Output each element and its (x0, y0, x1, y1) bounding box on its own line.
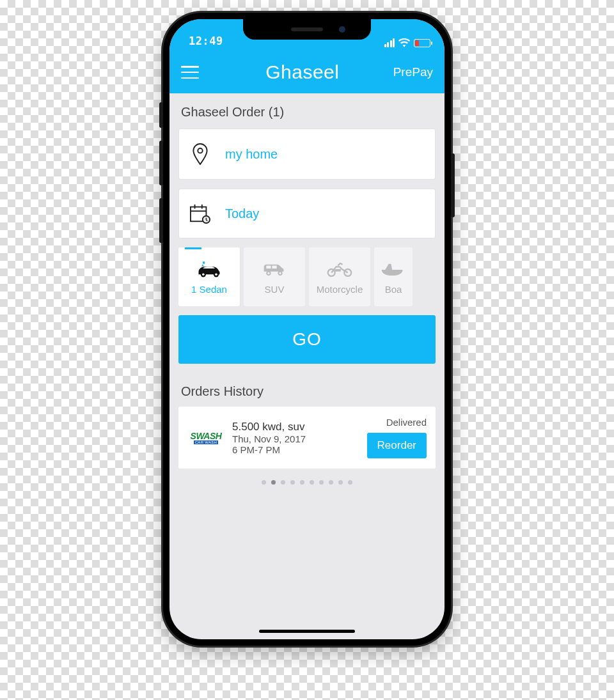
order-section-title: Ghaseel Order (1) (178, 105, 436, 120)
vehicle-tabs: 1 Sedan SUV (178, 247, 436, 306)
power-button (451, 153, 455, 217)
vehicle-label: SUV (265, 284, 285, 295)
volume-up-button (159, 141, 163, 185)
status-indicators (384, 38, 431, 47)
reorder-button[interactable]: Reorder (367, 433, 427, 458)
order-actions: Delivered Reorder (367, 417, 427, 458)
menu-icon[interactable] (181, 66, 199, 79)
svg-line-7 (206, 220, 207, 221)
screen: 12:49 Ghaseel PrePay Ghaseel Order (1) m… (169, 19, 445, 639)
order-date: Thu, Nov 9, 2017 (232, 433, 359, 444)
sedan-icon (195, 260, 223, 279)
svg-point-12 (215, 273, 217, 276)
battery-icon (414, 39, 430, 47)
app-title: Ghaseel (212, 61, 393, 83)
vehicle-label: Motorcycle (317, 284, 363, 295)
location-label: my home (225, 147, 278, 162)
volume-down-button (159, 198, 163, 243)
boat-icon (381, 260, 406, 279)
svg-rect-13 (266, 265, 271, 268)
notch (243, 19, 371, 40)
pagination-dots[interactable] (178, 480, 436, 485)
order-info: 5.500 kwd, suv Thu, Nov 9, 2017 6 PM-7 P… (232, 421, 359, 455)
svg-point-0 (198, 148, 202, 153)
content: Ghaseel Order (1) my home (169, 93, 445, 485)
calendar-icon (189, 203, 211, 224)
vehicle-label: 1 Sedan (191, 284, 227, 295)
location-card[interactable]: my home (178, 128, 436, 180)
go-button[interactable]: GO (178, 315, 436, 364)
order-summary: 5.500 kwd, suv (232, 421, 359, 433)
side-button (159, 102, 163, 128)
suv-icon (262, 260, 287, 279)
signal-icon (384, 38, 395, 47)
svg-point-10 (202, 273, 205, 276)
vehicle-tab-sedan[interactable]: 1 Sedan (178, 247, 240, 306)
order-status: Delivered (386, 417, 427, 428)
home-indicator[interactable] (259, 630, 355, 633)
motorcycle-icon (326, 260, 353, 279)
phone-frame: 12:49 Ghaseel PrePay Ghaseel Order (1) m… (163, 13, 451, 646)
order-timeslot: 6 PM-7 PM (232, 444, 359, 455)
wifi-icon (398, 38, 410, 47)
history-title: Orders History (181, 384, 436, 399)
status-time: 12:49 (189, 35, 223, 47)
speaker-grille (291, 27, 323, 31)
vendor-name: SWASH (191, 432, 222, 440)
svg-point-18 (279, 272, 281, 274)
vehicle-tab-boat[interactable]: Boa (374, 247, 413, 306)
svg-point-8 (203, 261, 205, 264)
vehicle-tab-motorcycle[interactable]: Motorcycle (309, 247, 370, 306)
front-camera (339, 26, 345, 33)
pin-icon (189, 143, 211, 165)
navigation-bar: Ghaseel PrePay (169, 51, 445, 93)
svg-point-16 (267, 272, 269, 274)
vendor-subtitle: CAR WASH (194, 440, 219, 444)
date-label: Today (225, 206, 259, 221)
vehicle-label: Boa (385, 284, 402, 295)
vehicle-tab-suv[interactable]: SUV (244, 247, 305, 306)
svg-rect-14 (272, 265, 276, 268)
date-card[interactable]: Today (178, 189, 436, 238)
order-history-item[interactable]: SWASH CAR WASH 5.500 kwd, suv Thu, Nov 9… (178, 407, 436, 469)
prepay-button[interactable]: PrePay (393, 65, 433, 79)
vendor-logo: SWASH CAR WASH (187, 428, 224, 447)
